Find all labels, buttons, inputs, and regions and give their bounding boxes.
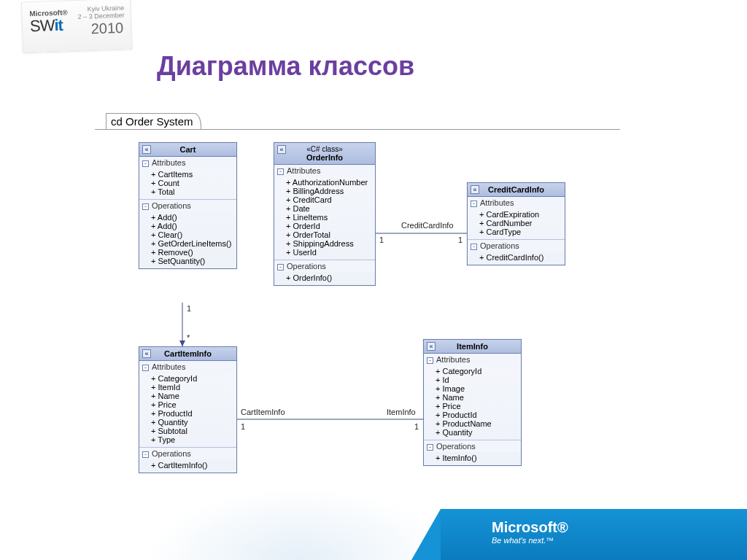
- collapse-icon: «: [277, 145, 286, 154]
- class-creditcardinfo: «CreditCardInfo -Attributes + CardExpira…: [467, 182, 565, 265]
- class-orderinfo: « «C# class» OrderInfo -Attributes + Aut…: [274, 142, 376, 286]
- svg-marker-2: [179, 341, 185, 346]
- collapse-icon: «: [142, 145, 151, 154]
- footer-tagline: Be what's next.™: [492, 536, 725, 545]
- collapse-icon: «: [142, 349, 151, 358]
- cart-operations: + Add() + Add() + Clear() + GetOrderLine…: [139, 211, 236, 268]
- assoc-label-creditcard: CreditCardInfo: [401, 221, 454, 230]
- collapse-icon: «: [471, 185, 479, 194]
- class-cartiteminfo: «CartItemInfo -Attributes + CategoryId +…: [139, 346, 237, 473]
- class-cart: «Cart -Attributes + CartItems + Count + …: [139, 142, 237, 269]
- microsoft-logo: Microsoft®: [492, 519, 725, 536]
- footer-banner: Microsoft® Be what's next.™: [441, 509, 747, 560]
- class-diagram: cd Order System «Cart -Attributes + Cart…: [95, 113, 620, 507]
- class-iteminfo: «ItemInfo -Attributes + CategoryId + Id …: [423, 339, 522, 466]
- slide-title: Диаграмма классов: [157, 51, 414, 82]
- assoc-label-iteminfo: ItemInfo: [387, 408, 416, 416]
- event-badge: Kyiv Ukraine2 – 3 December Microsoft® SW…: [21, 0, 132, 53]
- diagram-frame-label: cd Order System: [106, 113, 201, 129]
- collapse-icon: «: [427, 342, 436, 351]
- cart-attributes: + CartItems + Count + Total: [139, 168, 236, 199]
- assoc-label-cartitem: CartItemInfo: [241, 408, 285, 416]
